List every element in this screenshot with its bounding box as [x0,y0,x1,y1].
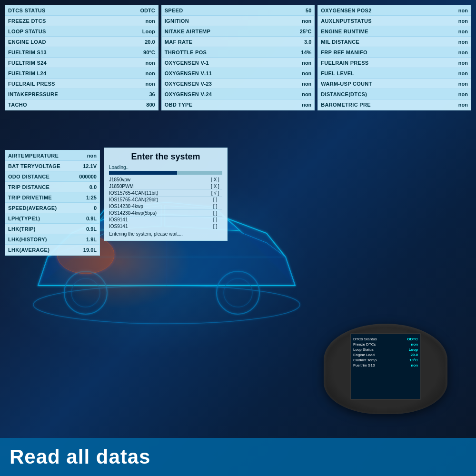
row-label: DISTANCE(DTCS) [321,91,367,97]
row-label: NITAKE AIRTEMP [165,29,210,34]
screen-row-label: Engine Load [353,353,375,357]
row-value: non [302,102,311,108]
row-value: non [458,50,468,55]
table-row: TRIP DRIVETIME1:25 [5,192,99,203]
table-row: MIL DISTANCEnon [318,37,471,47]
list-item: J1850vpw[ X ] [109,177,222,183]
table-row: AUXLNPUTSTATUSnon [318,16,471,26]
row-label: LHK(TRIP) [8,226,36,232]
table-row: OXYGENSEN V-1non [162,58,315,68]
row-label: FUELRAIL PRESS [8,81,55,87]
row-value: Loop [142,29,155,34]
system-item-label: IOS15765-4CAN(11bit) [109,190,208,196]
screen-row-value: non [411,342,418,347]
list-item: IOS14230-4kwp[ ] [109,203,222,210]
table-row: LHK(HISTORY)1.9L [5,234,99,245]
system-item-value: [ ] [208,224,222,229]
table-row: Fueltrim S13non [353,363,418,368]
table-row: LOOP STATUSLoop [5,26,158,37]
row-value: 14% [301,50,311,55]
table-row: OXYGENSEN V-11non [162,68,315,79]
table-row: FUELTRIM S1390°C [5,47,158,58]
read-banner-text: Read all datas [10,446,150,468]
table-row: FREEZE DTCSnon [5,16,158,26]
row-value: non [146,81,155,87]
screen-row-label: Fueltrim S13 [353,363,375,367]
table-row: OXYGENSEN V-23non [162,79,315,89]
row-value: non [146,18,155,24]
system-item-value: [ ] [208,197,222,202]
row-label: BAROMETRIC PRE [321,102,370,108]
row-label: WARM-USP COUNT [321,81,372,87]
screen-row-label: DTCs Stantus [353,337,377,341]
table-row: FUELTRIM S24non [5,58,158,68]
progress-bar [109,171,222,175]
row-label: FUELTRIM S24 [8,60,47,66]
row-label: LHK(HISTORY) [8,237,47,242]
system-item-value: [ ] [208,210,222,216]
row-label: MIL DISTANCE [321,39,359,45]
row-label: OXYGENSEN V-11 [165,70,212,76]
progress-bar-fill [109,171,177,175]
row-label: OXYGENSEN V-24 [165,91,212,97]
row-value: 1.9L [86,237,97,242]
row-value: non [458,18,468,24]
row-label: OXYGENSEN V-1 [165,60,209,66]
table-row: FUELRAIL PRESSnon [5,79,158,89]
table-row: FUELRAIN PRESSnon [318,58,471,68]
list-item: IOS9141[ ] [109,217,222,223]
system-item-label: J1850vpw [109,177,208,182]
row-label: IGNITION [165,18,189,24]
row-value: non [302,60,311,66]
table-row: OXYGENSEN V-24non [162,89,315,99]
row-label: FREEZE DTCS [8,18,46,24]
screen-row-label: Coolant Temp [353,358,377,362]
row-value: non [87,153,97,159]
table-row: IGNITIONnon [162,16,315,26]
row-label: FUELTRIM S13 [8,50,47,55]
row-value: 20.0 [145,39,155,45]
row-value: non [458,91,468,97]
row-value: 25°C [300,29,312,34]
row-value: 3.0 [304,39,311,45]
row-value: 12.1V [83,163,97,169]
table-row: LHK(TRIP)0.9L [5,224,99,234]
table-row: SPEED(AVERAGE)0 [5,203,99,213]
table-row: OXYGENSEN POS2non [318,5,471,16]
table-row: SPEED50 [162,5,315,16]
row-value: non [458,60,468,66]
row-label: AIRTEMPERATURE [8,153,59,159]
table-row: MAF RATE3.0 [162,37,315,47]
row-value: non [458,81,468,87]
row-label: TRIP DRIVETIME [8,195,52,200]
row-value: non [302,70,311,76]
table-row: LPH(TYPE1)0.9L [5,213,99,224]
row-label: TACHO [8,102,27,108]
table-row: ENGINE LOAD20.0 [5,37,158,47]
panel-dtcs: DTCS STATUSODTCFREEZE DTCSnonLOOP STATUS… [5,5,159,110]
system-panel: Enter the system Loading.. J1850vpw[ X ]… [104,148,228,241]
row-label: LOOP STATUS [8,29,46,34]
table-row: AIRTEMPERATUREnon [5,150,99,161]
obd-device: DTCs StantusODTCFreeze DTCsnonLoop Statu… [324,324,457,419]
row-label: AUXLNPUTSTATUS [321,18,371,24]
table-row: Engine Load20.0 [353,352,418,357]
row-label: OBD TYPE [165,102,193,108]
table-row: DTCS STATUSODTC [5,5,158,16]
row-value: non [146,70,155,76]
row-label: SPEED [165,8,183,13]
row-label: SPEED(AVERAGE) [8,205,57,211]
screen-row-value: Loop [408,347,418,352]
row-label: ENGINE LOAD [8,39,46,45]
row-label: TRIP DISTANCE [8,184,50,190]
row-label: LPH(TYPE1) [8,216,40,221]
row-value: 50 [306,8,311,13]
row-value: non [146,60,155,66]
loading-text: Loading.. [109,165,222,170]
panel-speed: SPEED50IGNITIONnonNITAKE AIRTEMP25°CMAF … [161,5,315,110]
table-row: LHK(AVERAGE)19.0L [5,245,99,255]
row-value: non [302,91,311,97]
system-item-label: IOS15765-4CAN(29bit) [109,197,208,202]
device-body-outer: DTCs StantusODTCFreeze DTCsnonLoop Statu… [324,324,447,414]
system-rows: J1850vpw[ X ]J1850PWM[ X ]IOS15765-4CAN(… [109,177,222,229]
